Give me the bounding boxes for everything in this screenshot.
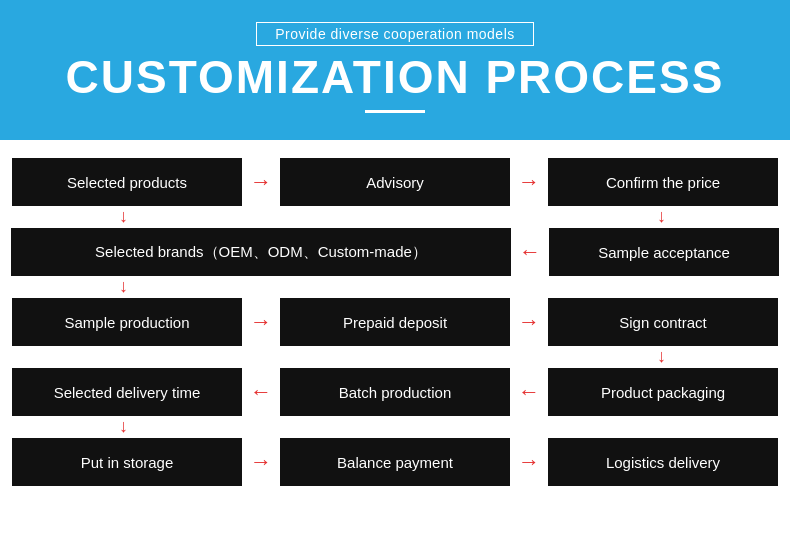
step-put-in-storage: Put in storage — [12, 438, 242, 486]
arrow-right-1: → — [242, 169, 280, 195]
v-arrows-row3: ↓ — [10, 346, 780, 368]
arrow-right-6: → — [510, 449, 548, 475]
process-diagram: Selected products → Advisory → Confirm t… — [0, 140, 790, 486]
step-logistics-delivery: Logistics delivery — [548, 438, 778, 486]
step-selected-delivery-time: Selected delivery time — [12, 368, 242, 416]
arrow-right-3: → — [242, 309, 280, 335]
process-row-1: Selected products → Advisory → Confirm t… — [10, 158, 780, 206]
step-batch-production: Batch production — [280, 368, 510, 416]
step-selected-brands: Selected brands（OEM、ODM、Custom-made） — [11, 228, 511, 276]
process-row-4: Selected delivery time ← Batch productio… — [10, 368, 780, 416]
v-arrows-row1: ↓ ↓ — [10, 206, 780, 228]
v-arrow-col3-1: ↓ — [657, 206, 666, 227]
process-row-2: Selected brands（OEM、ODM、Custom-made） ← S… — [10, 228, 780, 276]
step-sign-contract: Sign contract — [548, 298, 778, 346]
arrow-right-4: → — [510, 309, 548, 335]
header: Provide diverse cooperation models CUSTO… — [0, 0, 790, 140]
header-title: CUSTOMIZATION PROCESS — [66, 54, 725, 100]
v-arrows-row4: ↓ — [10, 416, 780, 438]
arrow-left-2: ← — [242, 379, 280, 405]
step-product-packaging: Product packaging — [548, 368, 778, 416]
step-prepaid-deposit: Prepaid deposit — [280, 298, 510, 346]
arrow-left-3: ← — [510, 379, 548, 405]
v-arrows-row2: ↓ — [10, 276, 780, 298]
v-arrow-col3-2: ↓ — [657, 346, 666, 367]
step-sample-production: Sample production — [12, 298, 242, 346]
v-arrow-col1-2: ↓ — [119, 276, 128, 297]
header-underline — [365, 110, 425, 113]
arrow-right-5: → — [242, 449, 280, 475]
step-sample-acceptance: Sample acceptance — [549, 228, 779, 276]
step-advisory: Advisory — [280, 158, 510, 206]
process-row-5: Put in storage → Balance payment → Logis… — [10, 438, 780, 486]
step-balance-payment: Balance payment — [280, 438, 510, 486]
header-subtitle: Provide diverse cooperation models — [256, 22, 534, 46]
process-row-3: Sample production → Prepaid deposit → Si… — [10, 298, 780, 346]
step-selected-products: Selected products — [12, 158, 242, 206]
arrow-right-2: → — [510, 169, 548, 195]
v-arrow-col1-1: ↓ — [119, 206, 128, 227]
arrow-left-1: ← — [511, 239, 549, 265]
step-confirm-price: Confirm the price — [548, 158, 778, 206]
v-arrow-col1-3: ↓ — [119, 416, 128, 437]
